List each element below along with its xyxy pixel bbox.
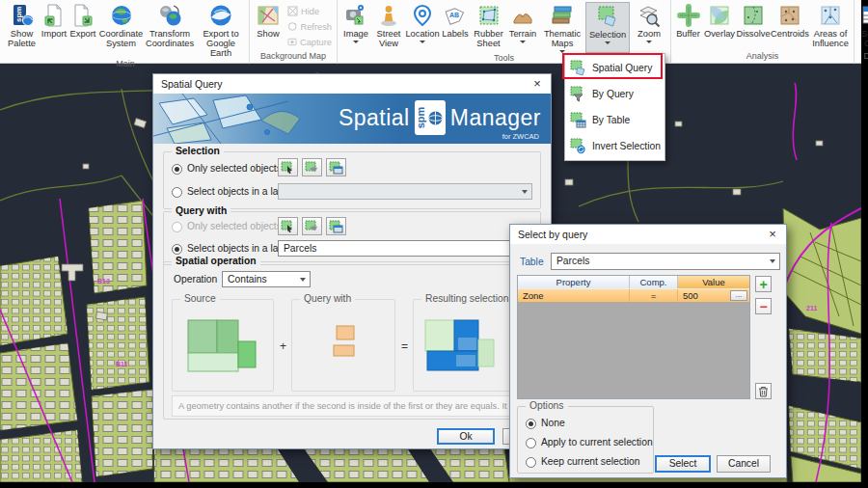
select-by-query-dialog: Select by query × Table Parcels Property… [509, 224, 787, 478]
ribbon-group-label-main: Main [2, 59, 249, 69]
buffer-icon [676, 3, 701, 28]
selection-icon [595, 4, 620, 29]
capture-icon [287, 37, 297, 47]
source-panel: Source [172, 299, 274, 392]
show-grid-button[interactable]: Show Grid [856, 2, 868, 51]
operation-combo[interactable]: Contains [222, 271, 311, 287]
column-header-property[interactable]: Property [518, 276, 630, 288]
option-none-radio[interactable] [526, 419, 536, 429]
export-icon [70, 3, 95, 28]
chevron-down-icon [300, 278, 306, 282]
column-header-comp[interactable]: Comp. [630, 276, 678, 288]
import-button[interactable]: Import [40, 2, 68, 59]
centroids-button[interactable]: Centroids [771, 2, 809, 51]
thematic-maps-button[interactable]: Thematic Maps [539, 2, 585, 53]
bgmap-show-button[interactable]: Show [252, 2, 285, 51]
spatial-query-dialog: Spatial Query × Spatia [152, 73, 552, 449]
operation-description: A geometry contains another if the secon… [172, 395, 534, 417]
dropdown-caret-icon [353, 41, 359, 43]
pick-on-screen-button[interactable] [278, 217, 298, 235]
menu-item-by-table[interactable]: By Table [565, 107, 665, 133]
ok-button[interactable]: Ok [437, 428, 495, 445]
show-palette-button[interactable]: spm Show Palette [4, 2, 40, 59]
highlight-selection-button[interactable] [302, 158, 322, 176]
refresh-icon [287, 21, 297, 32]
query-only-selected-radio[interactable] [172, 222, 182, 232]
export-button[interactable]: Export [68, 2, 97, 59]
terrain-button[interactable]: Terrain [506, 2, 539, 53]
image-button[interactable]: Image [339, 2, 372, 53]
map-label-b11: B11 [116, 361, 128, 367]
selection-button[interactable]: Selection [585, 2, 630, 53]
only-selected-objects-radio[interactable] [172, 164, 182, 175]
transform-coordinates-button[interactable]: Transform Coordinates [145, 2, 195, 59]
application-window: B13 B11 211 spm Show Palette Import Expo [0, 0, 868, 488]
select-in-layer-radio[interactable] [172, 187, 182, 198]
bgmap-capture-button[interactable]: Capture [285, 35, 335, 49]
chevron-down-icon [770, 259, 775, 263]
close-icon[interactable]: × [529, 76, 545, 91]
table-combo[interactable]: Parcels [551, 253, 780, 270]
query-with-panel: Query with [291, 299, 395, 392]
dropdown-caret-icon [605, 41, 610, 44]
brand-lockup: Spatial spm Manager [339, 100, 541, 135]
by-query-icon [570, 86, 586, 102]
bgmap-hide-button[interactable]: Hide [285, 4, 335, 18]
location-button[interactable]: Location [405, 2, 440, 53]
rubber-sheet-button[interactable]: Rubber Sheet [471, 2, 506, 53]
option-apply-radio[interactable] [526, 438, 536, 448]
selection-tool-buttons [278, 158, 350, 176]
cancel-button[interactable]: Cancel [717, 455, 771, 473]
show-table-button[interactable] [326, 217, 346, 235]
option-keep-radio[interactable] [526, 457, 536, 468]
terrain-icon [510, 3, 535, 28]
column-header-value[interactable]: Value [678, 276, 749, 288]
pick-on-screen-button[interactable] [278, 158, 298, 176]
labels-button[interactable]: AB Labels [440, 2, 471, 53]
ribbon-group-background-map: Show Hide Refresh Capture [250, 0, 338, 64]
brand-word-spatial: Spatial [339, 105, 410, 131]
street-view-button[interactable]: Street View [372, 2, 405, 53]
chevron-down-icon [522, 190, 528, 194]
query-select-in-layer-radio[interactable] [172, 244, 182, 255]
menu-item-invert-selection[interactable]: Invert Selection [565, 133, 665, 159]
cell-comp[interactable]: = [630, 289, 678, 302]
overlay-button[interactable]: Overlay [703, 2, 736, 51]
query-layer-combo[interactable]: Parcels [278, 240, 532, 257]
bgmap-refresh-button[interactable]: Refresh [285, 19, 335, 34]
select-by-query-titlebar[interactable]: Select by query × [510, 225, 786, 244]
add-condition-button[interactable]: + [755, 276, 772, 292]
remove-condition-button[interactable]: − [755, 298, 772, 314]
zoom-button[interactable]: Zoom [630, 2, 668, 53]
query-tool-buttons [278, 217, 350, 235]
select-button[interactable]: Select [655, 455, 711, 473]
clear-conditions-button[interactable] [755, 383, 772, 399]
thematic-maps-icon [550, 3, 575, 28]
ribbon-toolbar: spm Show Palette Import Export Coordinat… [0, 0, 861, 64]
spm-logo: spm [415, 100, 446, 135]
dropdown-caret-icon [646, 41, 652, 43]
selection-layer-combo[interactable] [278, 183, 532, 200]
coordinate-system-button[interactable]: Coordinate System [97, 2, 145, 59]
trash-icon [758, 386, 769, 397]
close-icon[interactable]: × [765, 227, 780, 241]
spatial-operation-label: Spatial operation [172, 256, 260, 266]
areas-of-influence-button[interactable]: Areas of Influence [809, 2, 852, 51]
spatial-query-titlebar[interactable]: Spatial Query × [153, 74, 551, 94]
grid-row[interactable]: Zone = 500 ... [518, 288, 749, 302]
buffer-button[interactable]: Buffer [673, 2, 703, 51]
menu-item-by-query[interactable]: By Query [565, 81, 665, 107]
dissolve-button[interactable]: Dissolve [736, 2, 771, 51]
areas-of-influence-icon [818, 3, 843, 28]
cell-property[interactable]: Zone [518, 289, 630, 302]
centroids-icon [777, 3, 802, 28]
export-google-earth-button[interactable]: Export to Google Earth [195, 2, 247, 59]
ribbon-group-main: spm Show Palette Import Export Coordinat… [2, 0, 250, 64]
selection-group-label: Selection [172, 146, 224, 156]
location-pin-icon [410, 3, 435, 28]
equals-operator: = [401, 339, 408, 353]
highlight-selection-button[interactable] [302, 217, 322, 235]
ribbon-group-analysis: Buffer Overlay Dissolve Centroids Areas … [671, 0, 854, 64]
value-ellipsis-button[interactable]: ... [730, 290, 747, 301]
show-table-button[interactable] [326, 158, 346, 176]
